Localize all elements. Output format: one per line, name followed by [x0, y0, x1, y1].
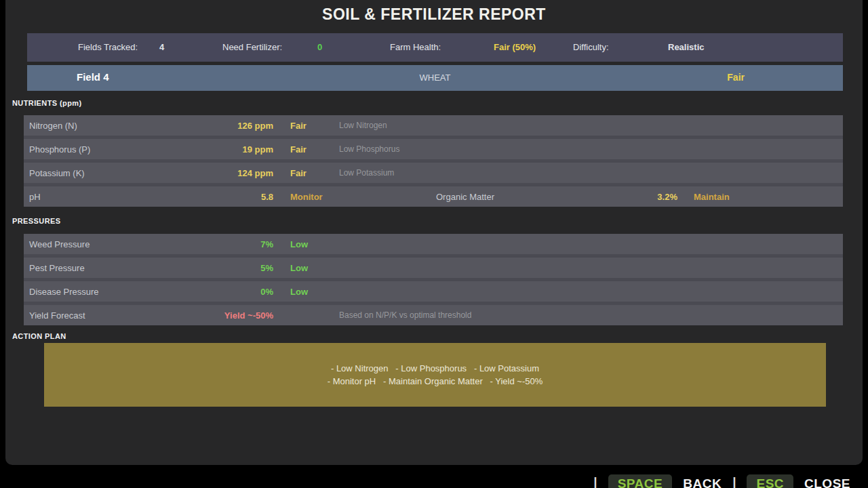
pressure-row-pest: Pest Pressure 5% Low: [24, 258, 843, 278]
pressures-table: Weed Pressure 7% Low Pest Pressure 5% Lo…: [24, 234, 843, 325]
ph-label: pH: [29, 192, 209, 202]
space-keycap[interactable]: SPACE: [608, 474, 673, 488]
nutrient-value: 124 ppm: [209, 168, 273, 178]
organic-matter-status: Maintain: [694, 192, 730, 202]
field-crop: WHEAT: [27, 73, 843, 83]
nutrient-row-nitrogen: Nitrogen (N) 126 ppm Fair Low Nitrogen: [24, 115, 843, 136]
need-fertilizer-label: Need Fertilizer:: [222, 42, 282, 52]
nutrient-note: Low Nitrogen: [339, 121, 387, 130]
farm-health-value: Fair (50%): [494, 42, 536, 52]
pressure-status: Low: [290, 239, 339, 249]
field-health-badge: Fair: [727, 72, 745, 83]
nutrient-status: Fair: [290, 121, 339, 131]
nutrient-status: Fair: [290, 168, 339, 178]
pressure-label: Pest Pressure: [29, 263, 209, 273]
yield-label: Yield Forecast: [29, 310, 209, 321]
nutrient-value: 126 ppm: [209, 121, 273, 131]
pressure-value: 5%: [209, 263, 273, 273]
action-plan-line-2: - Monitor pH - Maintain Organic Matter -…: [328, 375, 543, 387]
nutrients-table: Nitrogen (N) 126 ppm Fair Low Nitrogen P…: [24, 115, 843, 207]
pressure-value: 0%: [209, 287, 273, 297]
close-button[interactable]: CLOSE: [804, 474, 850, 488]
organic-matter-value: 3.2%: [623, 192, 677, 202]
farm-health-label: Farm Health:: [390, 42, 441, 52]
organic-matter-label: Organic Matter: [436, 192, 623, 202]
footer-separator: |: [732, 474, 736, 488]
esc-keycap[interactable]: ESC: [747, 474, 793, 488]
nutrients-heading: NUTRIENTS (ppm): [12, 99, 82, 107]
back-button[interactable]: BACK: [683, 474, 722, 488]
pressure-status: Low: [290, 287, 339, 297]
nutrient-label: Potassium (K): [29, 168, 209, 178]
action-plan-box: - Low Nitrogen - Low Phosphorus - Low Po…: [44, 343, 826, 407]
ph-value: 5.8: [209, 192, 273, 202]
pressure-value: 7%: [209, 239, 273, 249]
pressure-row-disease: Disease Pressure 0% Low: [24, 281, 843, 302]
need-fertilizer-value: 0: [317, 42, 322, 52]
stats-bar: Fields Tracked: 4 Need Fertilizer: 0 Far…: [27, 33, 843, 62]
pressure-label: Weed Pressure: [29, 239, 209, 249]
difficulty-label: Difficulty:: [573, 42, 609, 52]
yield-forecast-row: Yield Forecast Yield ~-50% Based on N/P/…: [24, 305, 843, 325]
action-plan-line-1: - Low Nitrogen - Low Phosphorus - Low Po…: [331, 363, 539, 374]
pressure-status: Low: [290, 263, 339, 273]
nutrient-value: 19 ppm: [209, 144, 273, 155]
field-header-bar: Field 4 WHEAT Fair: [27, 65, 843, 91]
nutrient-row-potassium: Potassium (K) 124 ppm Fair Low Potassium: [24, 163, 843, 183]
nutrient-status: Fair: [290, 144, 339, 155]
footer-separator: |: [593, 474, 597, 488]
yield-note: Based on N/P/K vs optimal threshold: [339, 310, 471, 320]
report-panel: SOIL & FERTILIZER REPORT Fields Tracked:…: [5, 0, 863, 465]
nutrient-note: Low Potassium: [339, 168, 394, 178]
nutrient-row-ph: pH 5.8 Monitor Organic Matter 3.2% Maint…: [24, 186, 843, 207]
page-title: SOIL & FERTILIZER REPORT: [5, 5, 863, 24]
fields-tracked-label: Fields Tracked:: [78, 42, 138, 52]
fields-tracked-value: 4: [159, 42, 164, 52]
pressures-heading: PRESSURES: [12, 217, 60, 225]
nutrient-note: Low Phosphorus: [339, 144, 399, 154]
ph-status: Monitor: [290, 192, 339, 202]
yield-value: Yield ~-50%: [209, 310, 273, 321]
action-plan-heading: ACTION PLAN: [12, 332, 66, 340]
nutrient-label: Nitrogen (N): [29, 121, 209, 131]
nutrient-row-phosphorus: Phosphorus (P) 19 ppm Fair Low Phosphoru…: [24, 139, 843, 159]
difficulty-value: Realistic: [668, 42, 704, 52]
footer-hint-bar: | SPACE BACK | ESC CLOSE: [0, 465, 868, 488]
pressure-row-weed: Weed Pressure 7% Low: [24, 234, 843, 254]
pressure-label: Disease Pressure: [29, 287, 209, 297]
nutrient-label: Phosphorus (P): [29, 144, 209, 155]
